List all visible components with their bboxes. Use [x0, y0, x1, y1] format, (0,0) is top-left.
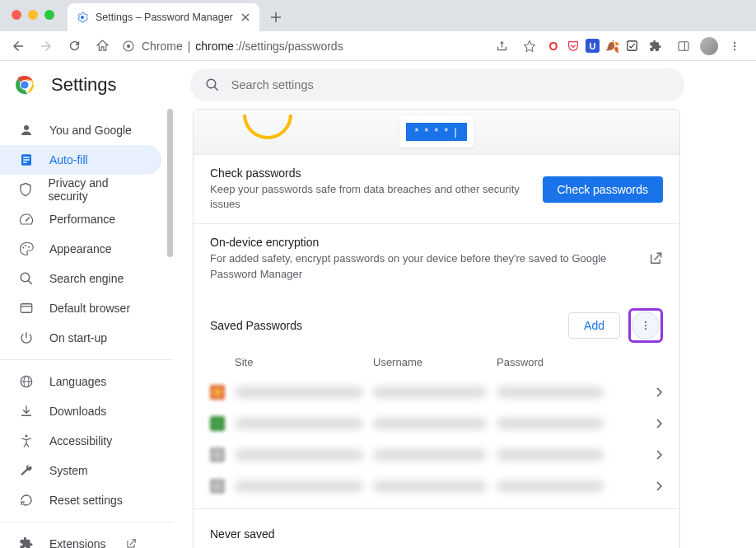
close-window-button[interactable] [12, 10, 21, 20]
profile-avatar[interactable] [700, 37, 718, 55]
add-password-button[interactable]: Add [568, 312, 620, 339]
encryption-row[interactable]: On-device encryption For added safety, e… [194, 223, 679, 293]
menu-icon[interactable] [723, 35, 746, 58]
password-row[interactable] [194, 377, 679, 408]
sidebar-item-downloads[interactable]: Downloads [0, 396, 161, 426]
password-row[interactable] [194, 408, 679, 439]
site-text [235, 418, 363, 429]
check-passwords-sub: Keep your passwords safe from data breac… [210, 182, 526, 212]
username-text [373, 480, 487, 492]
password-row[interactable] [194, 471, 679, 502]
autofill-icon [18, 152, 35, 168]
sidebar-label: On start-up [49, 331, 107, 344]
svg-point-21 [22, 247, 24, 249]
sidebar-item-privacy[interactable]: Privacy and security [0, 175, 161, 204]
col-site: Site [235, 356, 373, 368]
sidebar-item-extensions[interactable]: Extensions [0, 529, 161, 548]
site-favicon [210, 479, 225, 494]
sidebar-label: Languages [49, 375, 106, 388]
chevron-right-icon[interactable] [656, 481, 663, 491]
close-tab-icon[interactable] [240, 12, 251, 23]
external-link-icon [125, 538, 137, 548]
reset-icon [18, 492, 35, 508]
svg-point-2 [127, 44, 130, 48]
check-passwords-title: Check passwords [210, 166, 526, 180]
svg-rect-16 [23, 157, 30, 158]
sidebar-item-you-and-google[interactable]: You and Google [0, 115, 161, 145]
search-settings-input[interactable] [231, 78, 670, 91]
page-title: Settings [51, 74, 117, 96]
maximize-window-button[interactable] [44, 10, 54, 20]
ext-icon-1[interactable]: O [546, 39, 561, 54]
sidebar-item-appearance[interactable]: Appearance [0, 234, 161, 264]
external-link-icon[interactable] [648, 251, 663, 266]
ext-icon-u[interactable]: U [586, 39, 600, 53]
svg-point-14 [24, 125, 29, 130]
chevron-right-icon[interactable] [656, 419, 663, 429]
svg-rect-18 [23, 162, 27, 163]
svg-point-20 [26, 219, 27, 221]
svg-line-13 [214, 87, 218, 91]
svg-point-39 [645, 328, 646, 330]
sidebar-item-default-browser[interactable]: Default browser [0, 293, 161, 323]
sidepanel-icon[interactable] [672, 35, 695, 58]
svg-rect-26 [21, 304, 32, 313]
site-text [235, 480, 363, 492]
reload-button[interactable] [63, 35, 86, 58]
username-text [373, 418, 487, 429]
palette-icon [18, 241, 35, 257]
svg-point-37 [645, 321, 646, 323]
encryption-sub: For added safety, encrypt passwords on y… [210, 251, 632, 281]
pocket-icon[interactable] [566, 39, 581, 54]
password-text [497, 480, 604, 492]
search-icon [205, 77, 220, 92]
sidebar-item-system[interactable]: System [0, 456, 161, 485]
highlight-annotation [628, 308, 663, 343]
password-row[interactable] [194, 439, 679, 471]
share-icon[interactable] [490, 35, 513, 58]
sidebar-item-languages[interactable]: Languages [0, 367, 161, 396]
extensions-icon[interactable] [644, 35, 667, 58]
globe-icon [18, 373, 35, 390]
home-button[interactable] [91, 35, 114, 58]
person-icon [18, 122, 35, 138]
search-settings-box[interactable] [190, 68, 684, 101]
svg-line-25 [28, 280, 32, 284]
divider [0, 359, 173, 360]
chevron-right-icon[interactable] [656, 450, 663, 460]
sidebar-item-search-engine[interactable]: Search engine [0, 264, 161, 293]
sidebar-label: Extensions [49, 537, 105, 548]
more-actions-button[interactable] [632, 311, 660, 340]
password-text [497, 386, 604, 398]
browser-tab[interactable]: Settings – Password Manager [68, 3, 259, 31]
check-passwords-button[interactable]: Check passwords [543, 176, 664, 203]
passwords-card: * * * * | Check passwords Keep your pass… [193, 109, 680, 548]
minimize-window-button[interactable] [28, 10, 38, 20]
sidebar-label: Appearance [49, 242, 112, 255]
saved-passwords-header: Saved Passwords Add [194, 293, 679, 351]
svg-rect-4 [679, 41, 688, 50]
forward-button[interactable] [35, 35, 58, 58]
scrollbar[interactable] [167, 109, 173, 257]
new-tab-button[interactable] [264, 6, 287, 29]
sidebar-item-performance[interactable]: Performance [0, 204, 161, 234]
main-content: * * * * | Check passwords Keep your pass… [173, 109, 756, 548]
sidebar-item-startup[interactable]: On start-up [0, 323, 161, 353]
col-user: Username [373, 356, 497, 368]
ext-icon-4[interactable]: 🍂 [604, 39, 619, 54]
site-info-icon[interactable] [122, 40, 135, 53]
tab-title: Settings – Password Manager [96, 12, 233, 23]
sidebar-label: Privacy and security [48, 176, 143, 203]
sidebar-item-accessibility[interactable]: Accessibility [0, 426, 161, 456]
address-bar[interactable]: Chrome | chrome://settings/passwords [119, 40, 485, 53]
back-button[interactable] [7, 35, 30, 58]
encryption-title: On-device encryption [210, 236, 632, 249]
chevron-right-icon[interactable] [656, 387, 663, 397]
bookmark-icon[interactable] [518, 35, 541, 58]
more-vert-icon [640, 320, 651, 331]
sidebar-label: Auto-fill [49, 153, 88, 166]
sidebar-item-autofill[interactable]: Auto-fill [0, 145, 161, 175]
browser-icon [18, 300, 35, 316]
sidebar-item-reset[interactable]: Reset settings [0, 485, 161, 515]
ext-icon-5[interactable] [624, 39, 639, 54]
